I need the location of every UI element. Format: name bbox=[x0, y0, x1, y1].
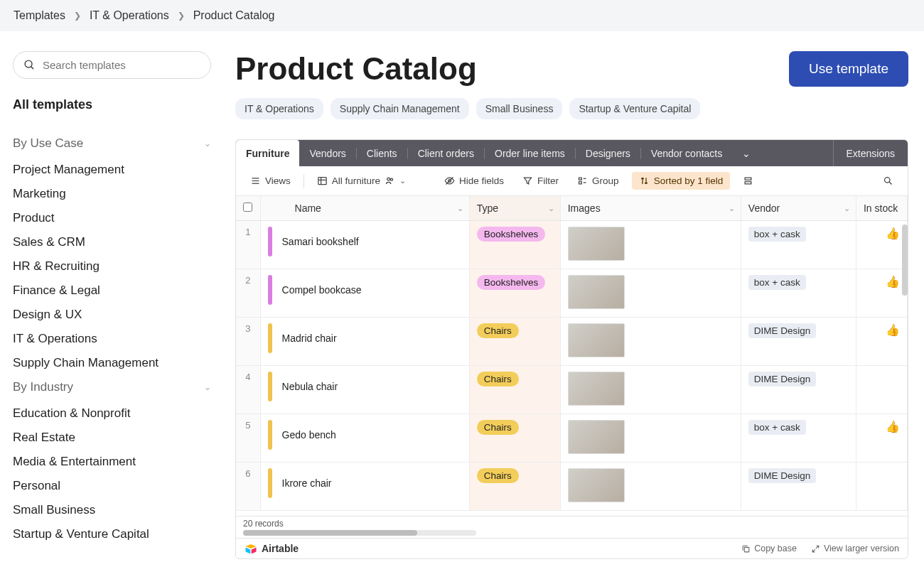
cell-in-stock[interactable]: 👍 bbox=[856, 221, 907, 269]
column-header-type[interactable]: Type⌄ bbox=[469, 196, 560, 221]
cell-type[interactable]: Bookshelves bbox=[469, 221, 560, 269]
use-case-header[interactable]: By Use Case ⌄ bbox=[13, 132, 211, 155]
image-thumbnail[interactable] bbox=[568, 323, 625, 357]
cell-images[interactable] bbox=[560, 463, 741, 511]
sidebar-item[interactable]: Design & UX bbox=[13, 303, 211, 327]
sidebar-item[interactable]: Education & Nonprofit bbox=[13, 401, 211, 426]
copy-base-button[interactable]: Copy base bbox=[741, 544, 797, 553]
table-tab[interactable]: Vendors bbox=[299, 140, 355, 166]
sidebar-item[interactable]: Media & Entertainment bbox=[13, 450, 211, 474]
group-button[interactable]: Group bbox=[571, 172, 625, 190]
column-header-in-stock[interactable]: In stock bbox=[856, 196, 907, 221]
table-row[interactable]: 6Ikrore chairChairsDIME Design bbox=[236, 463, 908, 511]
cell-images[interactable] bbox=[560, 366, 741, 414]
cell-vendor[interactable]: DIME Design bbox=[741, 366, 856, 414]
template-tag[interactable]: Startup & Venture Capital bbox=[569, 98, 700, 119]
search-input[interactable] bbox=[43, 59, 200, 71]
extensions-button[interactable]: Extensions bbox=[833, 140, 908, 166]
views-button[interactable]: Views bbox=[245, 172, 296, 190]
sidebar-item[interactable]: Supply Chain Management bbox=[13, 351, 211, 375]
view-larger-button[interactable]: View larger version bbox=[811, 544, 899, 553]
template-tag[interactable]: Supply Chain Management bbox=[331, 98, 469, 119]
image-thumbnail[interactable] bbox=[568, 468, 625, 502]
search-records-button[interactable] bbox=[877, 172, 899, 190]
table-tab[interactable]: Clients bbox=[357, 140, 407, 166]
cell-in-stock[interactable] bbox=[856, 366, 907, 414]
table-tab[interactable]: Order line items bbox=[485, 140, 575, 166]
cell-images[interactable] bbox=[560, 269, 741, 318]
cell-vendor[interactable]: DIME Design bbox=[741, 463, 856, 511]
sidebar-item[interactable]: Real Estate bbox=[13, 426, 211, 450]
cell-images[interactable] bbox=[560, 414, 741, 463]
sidebar-item[interactable]: IT & Operations bbox=[13, 327, 211, 351]
cell-name[interactable]: Nebula chair bbox=[260, 366, 469, 414]
cell-in-stock[interactable]: 👍 bbox=[856, 318, 907, 366]
breadcrumb-category[interactable]: IT & Operations bbox=[90, 9, 169, 22]
cell-in-stock[interactable]: 👍 bbox=[856, 269, 907, 318]
cell-vendor[interactable]: DIME Design bbox=[741, 318, 856, 366]
sidebar-item[interactable]: Personal bbox=[13, 474, 211, 498]
cell-images[interactable] bbox=[560, 221, 741, 269]
cell-type[interactable]: Chairs bbox=[469, 414, 560, 463]
cell-type[interactable]: Bookshelves bbox=[469, 269, 560, 318]
cell-name[interactable]: Samari bookshelf bbox=[260, 221, 469, 269]
column-header-images[interactable]: Images⌄ bbox=[560, 196, 741, 221]
vertical-scrollbar[interactable] bbox=[902, 225, 908, 296]
row-height-button[interactable] bbox=[737, 172, 759, 190]
cell-vendor[interactable]: box + cask bbox=[741, 414, 856, 463]
cell-type[interactable]: Chairs bbox=[469, 366, 560, 414]
cell-name[interactable]: Ikrore chair bbox=[260, 463, 469, 511]
sidebar-item[interactable]: Finance & Legal bbox=[13, 279, 211, 303]
cell-vendor[interactable]: box + cask bbox=[741, 221, 856, 269]
industry-header[interactable]: By Industry ⌄ bbox=[13, 376, 211, 399]
breadcrumb-page[interactable]: Product Catalog bbox=[193, 9, 275, 22]
search-box[interactable] bbox=[13, 51, 211, 79]
sidebar-item[interactable]: Startup & Venture Capital bbox=[13, 522, 211, 546]
image-thumbnail[interactable] bbox=[568, 275, 625, 309]
sidebar-item[interactable]: Sales & CRM bbox=[13, 230, 211, 254]
airtable-logo[interactable]: Airtable bbox=[245, 543, 299, 554]
select-all-checkbox[interactable] bbox=[243, 202, 252, 212]
table-row[interactable]: 3Madrid chairChairsDIME Design👍 bbox=[236, 318, 908, 366]
cell-name[interactable]: Madrid chair bbox=[260, 318, 469, 366]
hide-fields-button[interactable]: Hide fields bbox=[439, 172, 510, 190]
cell-name[interactable]: Compel bookcase bbox=[260, 269, 469, 318]
cell-in-stock[interactable] bbox=[856, 463, 907, 511]
sidebar-item[interactable]: Product bbox=[13, 206, 211, 230]
sidebar-item[interactable]: Marketing bbox=[13, 182, 211, 206]
all-templates-link[interactable]: All templates bbox=[13, 97, 211, 112]
sidebar-item[interactable]: Project Management bbox=[13, 158, 211, 182]
view-switcher[interactable]: All furniture ⌄ bbox=[311, 172, 412, 190]
table-tab[interactable]: Vendor contacts bbox=[641, 140, 732, 166]
sidebar-item[interactable]: Small Business bbox=[13, 498, 211, 522]
more-tabs-button[interactable]: ⌄ bbox=[732, 140, 761, 166]
cell-type[interactable]: Chairs bbox=[469, 463, 560, 511]
grid-view[interactable]: Name⌄ Type⌄ Images⌄ Vendor⌄ In stock 1Sa… bbox=[236, 196, 908, 516]
table-row[interactable]: 1Samari bookshelfBookshelvesbox + cask👍 bbox=[236, 221, 908, 269]
cell-images[interactable] bbox=[560, 318, 741, 366]
table-tab[interactable]: Client orders bbox=[408, 140, 484, 166]
image-thumbnail[interactable] bbox=[568, 372, 625, 406]
sort-button[interactable]: Sorted by 1 field bbox=[632, 172, 731, 190]
cell-vendor[interactable]: box + cask bbox=[741, 269, 856, 318]
cell-in-stock[interactable]: 👍 bbox=[856, 414, 907, 463]
horizontal-scrollbar[interactable] bbox=[243, 530, 476, 536]
sidebar-item[interactable]: HR & Recruiting bbox=[13, 254, 211, 279]
image-thumbnail[interactable] bbox=[568, 420, 625, 454]
table-row[interactable]: 4Nebula chairChairsDIME Design bbox=[236, 366, 908, 414]
cell-type[interactable]: Chairs bbox=[469, 318, 560, 366]
select-all-header[interactable] bbox=[236, 196, 260, 221]
template-tag[interactable]: Small Business bbox=[476, 98, 563, 119]
template-tag[interactable]: IT & Operations bbox=[235, 98, 323, 119]
table-row[interactable]: 5Gedo benchChairsbox + cask👍 bbox=[236, 414, 908, 463]
column-header-name[interactable]: Name⌄ bbox=[260, 196, 469, 221]
breadcrumb-templates[interactable]: Templates bbox=[14, 9, 65, 22]
column-header-vendor[interactable]: Vendor⌄ bbox=[741, 196, 856, 221]
cell-name[interactable]: Gedo bench bbox=[260, 414, 469, 463]
use-template-button[interactable]: Use template bbox=[789, 51, 908, 87]
table-tab[interactable]: Designers bbox=[576, 140, 640, 166]
image-thumbnail[interactable] bbox=[568, 227, 625, 261]
filter-button[interactable]: Filter bbox=[517, 172, 564, 190]
table-tab[interactable]: Furniture bbox=[236, 140, 299, 166]
table-row[interactable]: 2Compel bookcaseBookshelvesbox + cask👍 bbox=[236, 269, 908, 318]
